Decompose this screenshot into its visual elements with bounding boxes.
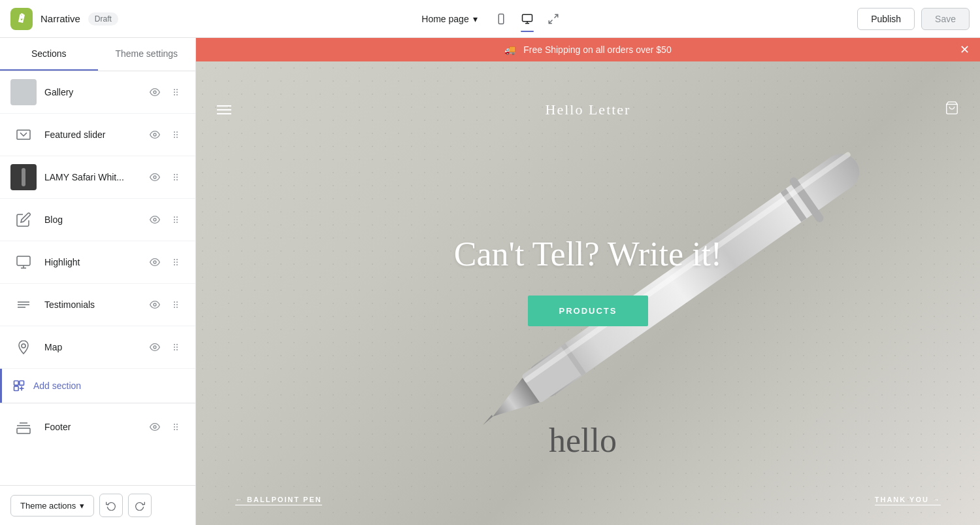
svg-point-56: [176, 307, 178, 308]
svg-point-23: [174, 174, 175, 175]
svg-point-73: [154, 426, 156, 428]
map-visibility-button[interactable]: [146, 338, 164, 356]
preview-frame: 🚚 Free Shipping on all orders over $50 ✕: [196, 38, 980, 525]
hero-nav-left-link[interactable]: ← BALLPOINT PEN: [235, 496, 322, 505]
svg-point-18: [174, 134, 175, 135]
desktop-view-button[interactable]: [515, 7, 539, 31]
draft-badge: Draft: [88, 12, 118, 25]
footer-drag-button[interactable]: [167, 418, 185, 436]
save-button[interactable]: Save: [921, 8, 970, 30]
highlight-actions: [146, 253, 185, 271]
svg-point-75: [176, 424, 178, 425]
svg-point-53: [174, 304, 175, 305]
add-section-button[interactable]: Add section: [0, 369, 195, 403]
svg-point-79: [176, 429, 178, 430]
featured-slider-visibility-button[interactable]: [146, 126, 164, 144]
hero-content: Can't Tell? Write it! PRODUCTS: [441, 221, 735, 365]
lamy-safari-label: LAMY Safari Whit...: [44, 172, 138, 182]
svg-point-29: [154, 218, 156, 221]
svg-marker-85: [481, 415, 493, 425]
mobile-view-button[interactable]: [489, 7, 513, 31]
svg-rect-70: [17, 428, 30, 433]
map-actions: [146, 338, 185, 356]
sidebar-item-featured-slider[interactable]: Featured slider: [0, 114, 195, 156]
hero-nav-right-link[interactable]: THANK YOU →: [875, 496, 941, 505]
sidebar-item-map[interactable]: Map: [0, 326, 195, 369]
svg-point-57: [22, 344, 25, 348]
svg-point-52: [176, 301, 178, 303]
highlight-visibility-button[interactable]: [146, 253, 164, 271]
featured-slider-icon: [10, 122, 37, 148]
footer-visibility-button[interactable]: [146, 418, 164, 436]
svg-point-12: [174, 94, 175, 95]
theme-actions-button[interactable]: Theme actions ▾: [10, 495, 94, 517]
testimonials-visibility-button[interactable]: [146, 296, 164, 314]
hero-nav: ← BALLPOINT PEN THANK YOU →: [196, 496, 980, 505]
hero-section: Hello Letter: [196, 61, 980, 525]
hero-cta-button[interactable]: PRODUCTS: [528, 296, 649, 326]
sidebar-item-blog[interactable]: Blog: [0, 199, 195, 241]
undo-button[interactable]: [99, 494, 123, 517]
svg-point-60: [176, 344, 178, 345]
hamburger-menu-button[interactable]: [217, 105, 231, 114]
svg-point-55: [174, 307, 175, 308]
svg-rect-0: [498, 14, 504, 24]
featured-slider-drag-button[interactable]: [167, 126, 185, 144]
svg-point-17: [176, 131, 178, 133]
gallery-visibility-button[interactable]: [146, 83, 164, 101]
cart-button[interactable]: [945, 101, 959, 118]
svg-point-64: [176, 349, 178, 350]
testimonials-drag-button[interactable]: [167, 296, 185, 314]
device-icons: [489, 7, 565, 31]
svg-point-9: [176, 89, 178, 90]
svg-point-8: [174, 89, 175, 90]
svg-point-20: [174, 137, 175, 138]
svg-point-11: [176, 92, 178, 93]
svg-point-59: [174, 344, 175, 345]
lamy-safari-drag-button[interactable]: [167, 168, 185, 186]
gallery-drag-button[interactable]: [167, 83, 185, 101]
sidebar-item-gallery[interactable]: Gallery: [0, 71, 195, 114]
announcement-bar: 🚚 Free Shipping on all orders over $50 ✕: [196, 38, 980, 61]
sidebar-item-lamy-safari[interactable]: LAMY Safari Whit...: [0, 156, 195, 199]
publish-button[interactable]: Publish: [857, 8, 915, 30]
map-label: Map: [44, 342, 138, 352]
svg-point-21: [176, 137, 178, 138]
store-header: Hello Letter: [196, 90, 980, 129]
svg-point-25: [174, 177, 175, 178]
tab-theme-settings[interactable]: Theme settings: [98, 38, 196, 71]
highlight-drag-button[interactable]: [167, 253, 185, 271]
sidebar-item-testimonials[interactable]: Testimonials: [0, 284, 195, 326]
lamy-safari-visibility-button[interactable]: [146, 168, 164, 186]
shopify-logo: [10, 8, 33, 30]
responsive-view-button[interactable]: [542, 7, 565, 31]
topbar: Narrative Draft Home page ▾: [0, 0, 980, 38]
svg-point-39: [154, 261, 156, 263]
svg-point-35: [176, 222, 178, 223]
svg-rect-14: [17, 130, 30, 139]
chevron-down-icon: ▾: [473, 14, 478, 24]
sidebar-tabs: Sections Theme settings: [0, 38, 195, 71]
add-section-icon: [12, 379, 25, 392]
sidebar-item-footer[interactable]: Footer: [0, 403, 195, 450]
svg-point-40: [174, 259, 175, 260]
svg-point-34: [174, 222, 175, 223]
map-icon: [10, 334, 37, 360]
announcement-close-button[interactable]: ✕: [960, 42, 970, 57]
svg-point-78: [174, 429, 175, 430]
page-selector[interactable]: Home page ▾: [415, 10, 483, 28]
sidebar-item-highlight[interactable]: Highlight: [0, 241, 195, 284]
svg-rect-67: [14, 386, 19, 391]
main-layout: Sections Theme settings Gallery: [0, 38, 980, 525]
svg-line-6: [549, 20, 552, 23]
redo-button[interactable]: [128, 494, 152, 517]
topbar-right: Publish Save: [774, 8, 970, 30]
highlight-label: Highlight: [44, 257, 138, 267]
svg-point-50: [154, 303, 156, 306]
map-drag-button[interactable]: [167, 338, 185, 356]
svg-point-13: [176, 94, 178, 95]
svg-point-45: [176, 264, 178, 265]
tab-sections[interactable]: Sections: [0, 38, 98, 71]
blog-drag-button[interactable]: [167, 211, 185, 229]
blog-visibility-button[interactable]: [146, 211, 164, 229]
